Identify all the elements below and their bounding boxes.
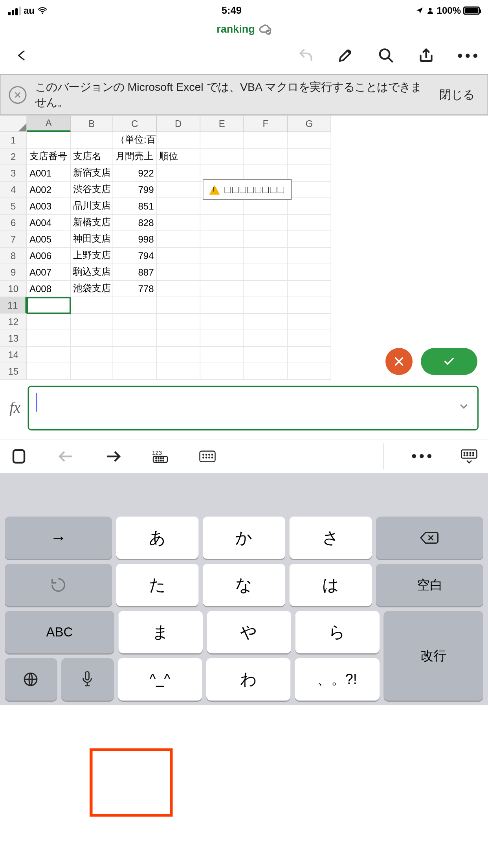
cell[interactable]: [27, 347, 71, 363]
cell[interactable]: [288, 182, 331, 198]
cell[interactable]: 渋谷支店: [71, 182, 113, 198]
row-header[interactable]: 2: [0, 149, 27, 165]
cell[interactable]: A005: [27, 231, 71, 248]
row-header[interactable]: 6: [0, 215, 27, 231]
spreadsheet[interactable]: ABCDEFG1（単位:百万円）2支店番号支店名月間売上順位3A001新宿支店9…: [0, 115, 488, 380]
cell[interactable]: [288, 330, 331, 347]
key-backspace[interactable]: [376, 517, 483, 559]
cell[interactable]: 922: [113, 165, 157, 182]
numeric-keyboard-icon[interactable]: 123: [151, 447, 170, 466]
row-header[interactable]: 7: [0, 231, 27, 248]
cell[interactable]: 月間売上: [113, 149, 157, 165]
confirm-button[interactable]: [421, 348, 477, 375]
cell[interactable]: [113, 347, 157, 363]
cell[interactable]: 神田支店: [71, 231, 113, 248]
next-cell-icon[interactable]: [104, 447, 123, 466]
cell[interactable]: 998: [113, 231, 157, 248]
cell[interactable]: [200, 347, 244, 363]
formula-input[interactable]: [28, 386, 479, 430]
cell[interactable]: [157, 314, 200, 330]
cell[interactable]: 駒込支店: [71, 264, 113, 281]
key-ya[interactable]: や: [207, 611, 291, 653]
col-header-C[interactable]: C: [113, 116, 157, 132]
cell[interactable]: 新橋支店: [71, 215, 113, 231]
key-na[interactable]: な: [203, 564, 285, 606]
back-button[interactable]: [15, 46, 28, 66]
cell[interactable]: 新宿支店: [71, 165, 113, 182]
cell[interactable]: [244, 215, 288, 231]
cell[interactable]: [27, 363, 71, 380]
prev-cell-icon[interactable]: [57, 447, 75, 466]
cell[interactable]: [288, 149, 331, 165]
cell[interactable]: [113, 314, 157, 330]
cell[interactable]: （単位:百万円）: [113, 132, 157, 149]
cell[interactable]: 778: [113, 281, 157, 297]
key-globe[interactable]: [5, 658, 57, 701]
key-ha[interactable]: は: [290, 564, 372, 606]
cell[interactable]: [244, 132, 288, 149]
more-button[interactable]: [458, 53, 478, 58]
key-a[interactable]: あ: [116, 517, 199, 559]
key-ta[interactable]: た: [116, 564, 199, 606]
key-ra[interactable]: ら: [295, 611, 379, 653]
cell[interactable]: [27, 330, 71, 347]
cell[interactable]: [244, 248, 288, 264]
row-header[interactable]: 8: [0, 248, 27, 264]
cell[interactable]: [288, 215, 331, 231]
key-space[interactable]: 空白: [376, 564, 483, 606]
cell[interactable]: [113, 297, 157, 314]
banner-dismiss-icon[interactable]: [9, 86, 27, 103]
banner-close-button[interactable]: 閉じる: [435, 87, 479, 103]
col-header-D[interactable]: D: [157, 116, 200, 132]
cell[interactable]: [200, 297, 244, 314]
cell[interactable]: [71, 330, 113, 347]
cell[interactable]: [157, 363, 200, 380]
cell[interactable]: [200, 132, 244, 149]
key-abc[interactable]: ABC: [5, 611, 114, 653]
cell[interactable]: [113, 363, 157, 380]
row-header[interactable]: 3: [0, 165, 27, 182]
select-all-corner[interactable]: [0, 116, 27, 132]
cell[interactable]: [244, 314, 288, 330]
cell[interactable]: 799: [113, 182, 157, 198]
cell[interactable]: 794: [113, 248, 157, 264]
row-header[interactable]: 15: [0, 363, 27, 380]
cell[interactable]: [157, 297, 200, 314]
cell[interactable]: 支店番号: [27, 149, 71, 165]
cell[interactable]: [200, 281, 244, 297]
cell[interactable]: [288, 297, 331, 314]
cell[interactable]: [200, 215, 244, 231]
key-tab[interactable]: →: [5, 517, 112, 559]
key-mic[interactable]: [61, 658, 114, 701]
cell[interactable]: [244, 347, 288, 363]
cell[interactable]: [244, 198, 288, 215]
cell[interactable]: [27, 314, 71, 330]
col-header-F[interactable]: F: [244, 116, 288, 132]
row-header[interactable]: 12: [0, 314, 27, 330]
cell[interactable]: A008: [27, 281, 71, 297]
cell[interactable]: [200, 264, 244, 281]
share-button[interactable]: [418, 47, 435, 64]
row-header[interactable]: 1: [0, 132, 27, 149]
key-return[interactable]: 改行: [383, 611, 483, 701]
col-header-A[interactable]: A: [27, 116, 71, 132]
undo-button[interactable]: [298, 47, 314, 64]
macro-security-note[interactable]: □□□□□□□□: [203, 179, 292, 200]
key-undo[interactable]: [5, 564, 112, 606]
cell[interactable]: [200, 149, 244, 165]
cell[interactable]: [244, 231, 288, 248]
key-emoji[interactable]: ^_^: [118, 658, 202, 701]
fx-label[interactable]: fx: [9, 399, 20, 417]
cell[interactable]: [244, 149, 288, 165]
cell[interactable]: [288, 198, 331, 215]
cell[interactable]: [200, 248, 244, 264]
cell[interactable]: [157, 182, 200, 198]
row-header[interactable]: 5: [0, 198, 27, 215]
key-ka[interactable]: か: [203, 517, 285, 559]
col-header-G[interactable]: G: [288, 116, 331, 132]
cell[interactable]: [200, 363, 244, 380]
cell[interactable]: A006: [27, 248, 71, 264]
keyboard-more-icon[interactable]: [412, 454, 432, 458]
cell[interactable]: [288, 264, 331, 281]
cell[interactable]: 品川支店: [71, 198, 113, 215]
